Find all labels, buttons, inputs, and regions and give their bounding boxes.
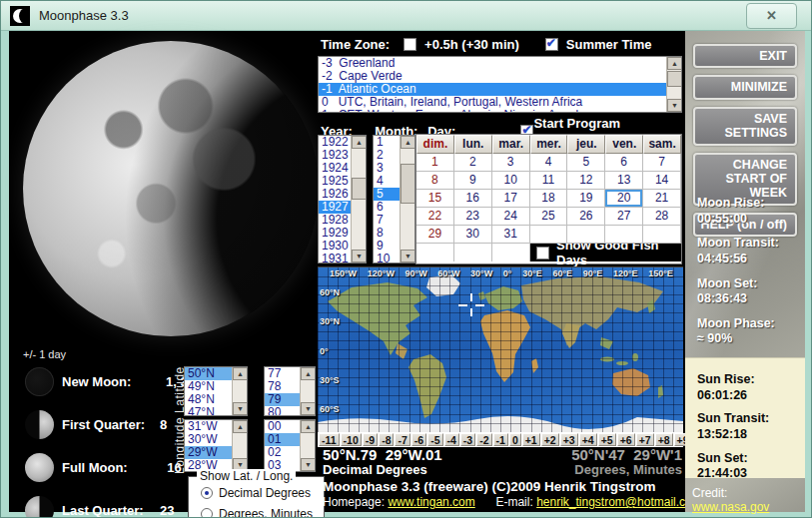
calendar-day[interactable]: 6	[605, 154, 643, 172]
scrollbar-thumb[interactable]	[352, 178, 367, 200]
calendar-day[interactable]: 13	[605, 172, 643, 190]
timezone-offset-button[interactable]: -5	[427, 433, 442, 446]
calendar-day[interactable]: 9	[454, 172, 492, 190]
calendar-day[interactable]: 30	[454, 226, 492, 244]
calendar-day[interactable]: 4	[530, 154, 568, 172]
calendar-day[interactable]: 27	[605, 208, 643, 226]
calendar-day[interactable]: 11	[530, 172, 568, 190]
radio-icon[interactable]	[201, 508, 213, 518]
scroll-up-icon[interactable]: ▲	[301, 420, 316, 433]
world-map[interactable]: 150°W120°W90°W60°W30°W0°30°E60°E90°E120°…	[318, 266, 683, 432]
calendar-day[interactable]: 31	[492, 226, 530, 244]
calendar-day[interactable]: 16	[454, 190, 492, 208]
calendar-day[interactable]: 3	[492, 154, 530, 172]
calendar-day[interactable]: 26	[567, 208, 605, 226]
latitude-minutes-list[interactable]: 77787980 ▲▼	[264, 366, 316, 416]
longitude-degrees-list[interactable]: 31°W30°W29°W28°W ▲▼	[184, 419, 248, 472]
radio-degrees-minutes[interactable]: Degrees, Minutes	[195, 507, 318, 518]
timezone-offset-button[interactable]: -8	[379, 433, 394, 446]
latitude-degrees-list[interactable]: 50°N49°N48°N47°N ▲▼	[184, 366, 248, 416]
scrollbar[interactable]: ▲▼	[232, 367, 247, 415]
month-item[interactable]: 10	[374, 253, 400, 262]
timezone-offset-button[interactable]: 0	[509, 433, 521, 446]
timezone-offset-button[interactable]: +4	[579, 433, 597, 446]
calendar-day[interactable]	[530, 226, 568, 244]
list-item[interactable]: 80	[265, 406, 300, 415]
scroll-up-icon[interactable]: ▲	[352, 136, 367, 149]
year-list[interactable]: 1922192319241925192619271928192919301931…	[318, 135, 367, 263]
calendar-day[interactable]: 28	[643, 208, 681, 226]
fish-days-checkbox[interactable]	[536, 247, 549, 259]
sidebar-button[interactable]: SAVE SETTINGS	[693, 107, 797, 146]
timezone-offset-button[interactable]: -4	[444, 433, 459, 446]
sidebar-button[interactable]: EXIT	[693, 44, 797, 68]
longitude-minutes-list[interactable]: 00010203 ▲▼	[264, 419, 316, 472]
radio-decimal-degrees[interactable]: Decimal Degrees	[195, 486, 318, 500]
half-hour-checkbox[interactable]	[404, 38, 416, 51]
close-button[interactable]: ✕	[746, 3, 797, 29]
homepage-link[interactable]: www.tingan.com	[388, 495, 474, 509]
calendar-day[interactable]: 24	[492, 208, 530, 226]
timezone-offset-button[interactable]: -3	[460, 433, 475, 446]
title-bar[interactable]: Moonphase 3.3 ✕	[1, 1, 812, 31]
calendar-day[interactable]: 15	[416, 190, 454, 208]
timezone-list-item[interactable]: 1 CET, Western Europe, Algeria, Nigeria,…	[319, 109, 666, 112]
calendar-day[interactable]: 5	[567, 154, 605, 172]
scroll-up-icon[interactable]: ▲	[233, 367, 248, 380]
scrollbar[interactable]: ▲▼	[300, 420, 315, 471]
scrollbar-thumb[interactable]	[401, 164, 415, 204]
timezone-offset-button[interactable]: -10	[341, 433, 362, 446]
calendar-day[interactable]: 10	[492, 172, 530, 190]
calendar-day[interactable]: 19	[567, 190, 605, 208]
timezone-offset-button[interactable]: -11	[319, 433, 340, 446]
calendar-day[interactable]: 18	[530, 190, 568, 208]
scroll-up-icon[interactable]: ▲	[401, 136, 415, 149]
scroll-up-icon[interactable]: ▲	[301, 367, 316, 380]
timezone-offset-button[interactable]: +8	[655, 433, 673, 446]
timezone-offset-button[interactable]: -7	[395, 433, 409, 446]
scrollbar[interactable]: ▲▼	[232, 420, 247, 471]
calendar-day[interactable]: 1	[416, 154, 454, 172]
timezone-offset-button[interactable]: +1	[522, 433, 540, 446]
calendar-day[interactable]	[605, 226, 643, 244]
timezone-offset-button[interactable]: +6	[617, 433, 635, 446]
calendar-day[interactable]: 17	[492, 190, 530, 208]
timezone-offset-button[interactable]: +5	[598, 433, 616, 446]
scrollbar-thumb[interactable]	[667, 71, 682, 87]
calendar-day[interactable]: 29	[416, 226, 454, 244]
scroll-up-icon[interactable]: ▲	[233, 420, 248, 433]
calendar-day[interactable]	[567, 226, 605, 244]
timezone-offset-button[interactable]: -2	[476, 433, 491, 446]
calendar-day[interactable]: 14	[643, 172, 681, 190]
scroll-down-icon[interactable]: ▼	[233, 402, 248, 415]
scroll-up-icon[interactable]: ▲	[667, 57, 682, 70]
scroll-down-icon[interactable]: ▼	[667, 99, 682, 112]
scroll-down-icon[interactable]: ▼	[301, 458, 316, 471]
scroll-down-icon[interactable]: ▼	[301, 402, 316, 415]
timezone-offset-button[interactable]: +2	[541, 433, 559, 446]
calendar-day[interactable]: 22	[416, 208, 454, 226]
calendar-day[interactable]: 8	[416, 172, 454, 190]
month-list[interactable]: 12345678910 ▲ ▼	[373, 135, 415, 263]
timezone-offset-button[interactable]: -6	[411, 433, 426, 446]
calendar-day[interactable]: 21	[643, 190, 681, 208]
radio-icon[interactable]	[201, 487, 213, 499]
summer-time-checkbox[interactable]	[545, 38, 558, 51]
year-item[interactable]: 1931	[319, 253, 351, 262]
calendar-day[interactable]: 20	[605, 190, 643, 208]
timezone-offset-button[interactable]: +7	[636, 433, 654, 446]
calendar-day[interactable]	[643, 226, 681, 244]
timezone-offset-button[interactable]: +3	[560, 433, 578, 446]
calendar-day[interactable]: 12	[567, 172, 605, 190]
email-link[interactable]: henrik_tingstrom@hotmail.com	[536, 495, 702, 509]
timezone-offset-button[interactable]: -1	[493, 433, 508, 446]
scrollbar[interactable]: ▲ ▼	[666, 57, 681, 112]
scrollbar[interactable]: ▲ ▼	[351, 136, 366, 262]
timezone-list[interactable]: -3 Greenland-2 Cape Verde-1 Atlantic Oce…	[318, 56, 682, 113]
timezone-offset-button[interactable]: -9	[363, 433, 378, 446]
scrollbar[interactable]: ▲▼	[300, 367, 315, 415]
calendar-day[interactable]: 2	[454, 154, 492, 172]
calendar-day[interactable]: 23	[454, 208, 492, 226]
calendar-day[interactable]: 7	[643, 154, 681, 172]
nasa-link[interactable]: www.nasa.gov	[692, 500, 769, 514]
